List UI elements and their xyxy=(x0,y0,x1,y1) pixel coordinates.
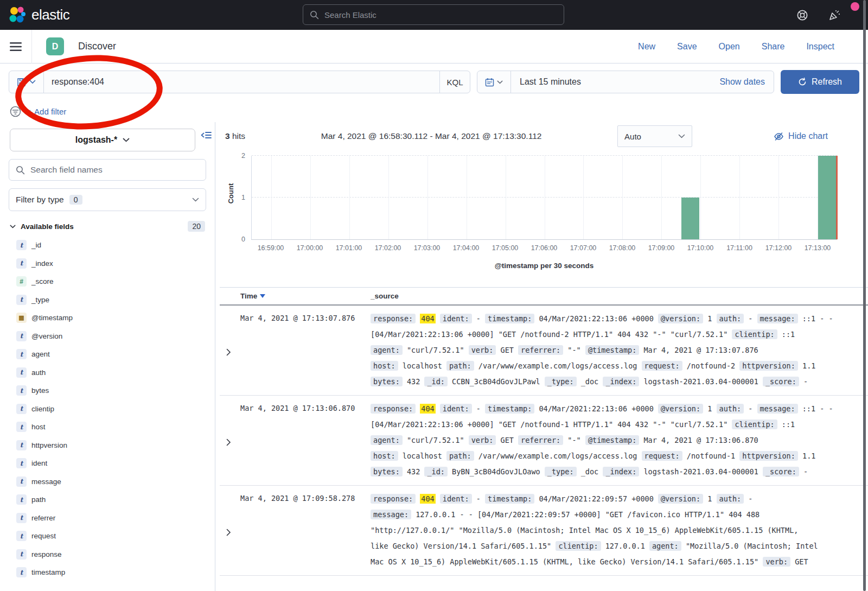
type-filter-count-badge: 0 xyxy=(69,195,82,205)
expand-row-button[interactable] xyxy=(226,401,240,480)
query-language-button[interactable]: KQL xyxy=(439,71,470,93)
filter-icon[interactable] xyxy=(10,106,21,117)
field-name: httpversion xyxy=(31,441,67,449)
query-input[interactable]: response:404 xyxy=(44,71,439,93)
field-value: - xyxy=(803,467,808,476)
field-name: timestamp xyxy=(31,568,65,576)
field-name-pill: response: xyxy=(371,314,416,323)
filter-by-type-dropdown[interactable]: Filter by type 0 xyxy=(9,188,206,211)
field-list-item[interactable]: t auth xyxy=(9,364,206,382)
field-list-item[interactable]: t path xyxy=(9,491,206,509)
field-value: Mac OS X 10_15_6) AppleWebKit/605.1.15 (… xyxy=(371,557,758,566)
field-list-item[interactable]: # _score xyxy=(9,272,206,291)
elastic-brand[interactable]: elastic xyxy=(9,6,69,24)
row-timestamp: Mar 4, 2021 @ 17:13:06.870 xyxy=(240,401,371,480)
field-value: /var/www/example.com/logs/access.log xyxy=(478,452,637,460)
share-button[interactable]: Share xyxy=(762,42,785,52)
field-list-item[interactable]: t request xyxy=(9,527,206,545)
index-pattern-switcher[interactable]: logstash-* xyxy=(10,129,195,151)
row-source: response: 404 ident: - timestamp: 04/Mar… xyxy=(371,311,868,390)
chevron-down-icon xyxy=(192,198,199,202)
field-name-pill: host: xyxy=(371,361,398,371)
row-timestamp: Mar 4, 2021 @ 17:13:07.876 xyxy=(240,311,371,390)
field-list-item[interactable]: t clientip xyxy=(9,400,206,418)
field-value: logstash-2021.03.04-000001 xyxy=(643,467,758,476)
field-value: 1.1 xyxy=(802,452,815,460)
time-column-header[interactable]: Time xyxy=(240,292,371,300)
brand-name: elastic xyxy=(31,7,69,23)
field-list-item[interactable]: t httpversion xyxy=(9,436,206,455)
date-quick-menu-button[interactable] xyxy=(477,71,511,93)
x-axis-tick: 17:05:00 xyxy=(492,244,519,252)
x-axis-tick: 17:00:00 xyxy=(297,244,323,252)
main-panel: 3 hits Mar 4, 2021 @ 16:58:30.112 - Mar … xyxy=(215,122,868,591)
field-list-item[interactable]: t _id xyxy=(9,236,206,255)
field-type-icon: t xyxy=(16,404,27,414)
field-name-pill: timestamp: xyxy=(485,494,534,504)
highlighted-value: 404 xyxy=(420,404,435,414)
open-button[interactable]: Open xyxy=(719,42,740,52)
field-name-pill: ident: xyxy=(440,494,472,504)
eye-slash-icon xyxy=(774,132,784,141)
field-list-item[interactable]: t timestamp xyxy=(9,563,206,582)
field-search-input[interactable]: Search field names xyxy=(9,159,206,181)
refresh-button[interactable]: Refresh xyxy=(781,70,859,94)
filter-by-type-label: Filter by type xyxy=(16,195,64,205)
field-list-item[interactable]: t referrer xyxy=(9,509,206,528)
field-list-item[interactable]: t ident xyxy=(9,454,206,473)
expand-row-button[interactable] xyxy=(226,311,240,390)
page-title: Discover xyxy=(78,41,116,52)
field-list-item[interactable]: t @version xyxy=(9,327,206,346)
time-range-value[interactable]: Last 15 minutes xyxy=(511,71,719,93)
collapse-sidebar-icon[interactable] xyxy=(201,131,212,139)
field-list-item[interactable]: t bytes xyxy=(9,382,206,400)
field-list-item[interactable]: t host xyxy=(9,418,206,436)
field-list-item[interactable]: t _index xyxy=(9,255,206,273)
field-list-item[interactable]: t _type xyxy=(9,291,206,309)
expand-row-button[interactable] xyxy=(226,491,240,570)
fields-sidebar: logstash-* Search field names Filter by … xyxy=(0,122,215,591)
histogram-bar[interactable] xyxy=(681,198,699,239)
global-header: elastic Search Elastic xyxy=(0,0,868,30)
hide-chart-button[interactable]: Hide chart xyxy=(774,131,828,141)
gridline xyxy=(778,156,779,239)
help-icon[interactable] xyxy=(796,9,808,21)
global-search-input[interactable]: Search Elastic xyxy=(303,4,564,25)
menu-icon[interactable] xyxy=(9,41,23,52)
interval-selected-value: Auto xyxy=(624,132,641,141)
available-fields-header[interactable]: Available fields 20 xyxy=(9,219,206,236)
field-list-item[interactable]: ▦ @timestamp xyxy=(9,309,206,327)
saved-query-menu-button[interactable] xyxy=(9,71,44,93)
show-dates-button[interactable]: Show dates xyxy=(719,71,774,93)
field-value: ::1 xyxy=(782,330,795,339)
field-name-pill: ident: xyxy=(440,314,472,323)
field-list-item[interactable]: t response xyxy=(9,545,206,564)
chevron-down-icon xyxy=(10,225,16,228)
x-axis-tick: 17:07:00 xyxy=(570,244,597,252)
refresh-label: Refresh xyxy=(812,77,842,87)
new-button[interactable]: New xyxy=(638,42,655,52)
field-name-pill: response: xyxy=(371,494,416,504)
field-list-item[interactable]: t agent xyxy=(9,345,206,364)
table-row: Mar 4, 2021 @ 17:13:06.870response: 404 … xyxy=(220,396,868,486)
interval-select[interactable]: Auto xyxy=(617,125,692,147)
add-filter-button[interactable]: + Add filter xyxy=(28,107,66,116)
field-name-pill: timestamp: xyxy=(485,314,534,323)
field-name-pill: @timestamp: xyxy=(585,345,639,355)
newsfeed-icon[interactable] xyxy=(828,9,841,22)
field-list-item[interactable]: t message xyxy=(9,473,206,491)
page-scrollbar[interactable] xyxy=(863,0,866,591)
histogram-bar[interactable] xyxy=(818,156,836,239)
field-value: [04/Mar/2021:22:13:06 +0000] "GET /notfo… xyxy=(371,420,727,429)
fields-list: t _id t _index # _score t xyxy=(9,236,206,582)
field-value: - xyxy=(476,404,481,413)
field-name-pill: verb: xyxy=(763,557,790,567)
field-name-pill: agent: xyxy=(371,435,403,445)
histogram-chart: Count 012 16:59:0017:00:0017:01:0017:02:… xyxy=(220,150,868,275)
field-value: ByBN_3cB04dGovJLOawo xyxy=(452,467,540,476)
x-axis-tick: 16:59:00 xyxy=(258,244,284,252)
field-name-pill: @version: xyxy=(658,404,703,414)
save-button[interactable]: Save xyxy=(677,42,697,52)
field-name-pill: message: xyxy=(371,510,411,519)
inspect-button[interactable]: Inspect xyxy=(806,42,834,52)
